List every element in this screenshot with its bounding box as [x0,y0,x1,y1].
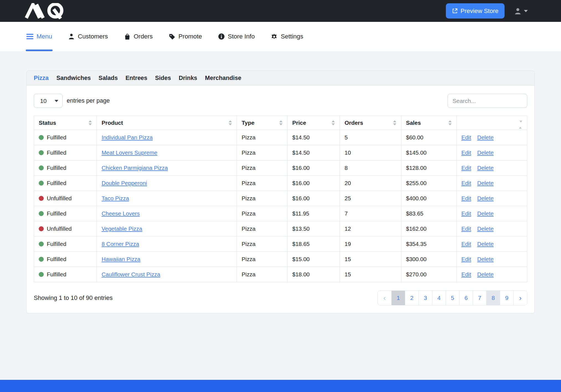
category-tab[interactable]: Entrees [125,75,147,82]
delete-link[interactable]: Delete [477,271,493,277]
pagination-page-button[interactable]: 6 [459,291,473,305]
delete-link[interactable]: Delete [477,241,493,247]
edit-link[interactable]: Edit [461,256,471,262]
product-link[interactable]: 8 Corner Pizza [102,241,139,247]
entries-per-page-select[interactable]: 10 [34,94,63,108]
delete-link[interactable]: Delete [477,134,493,141]
nav-item-store-info[interactable]: Store Info [218,22,255,51]
nav-item-settings[interactable]: Settings [271,22,303,51]
pagination-page-button[interactable]: 1 [391,291,405,305]
preview-store-button[interactable]: Preview Store [446,3,505,19]
pagination-page-button[interactable]: 8 [486,291,500,305]
logo-mq-icon [24,3,73,19]
status-label: Fulfilled [47,271,66,277]
orders-cell: 25 [340,191,401,206]
status-dot-icon [39,150,44,155]
edit-link[interactable]: Edit [461,165,471,171]
sort-icon[interactable] [332,120,335,125]
pagination-next-button[interactable]: › [513,291,527,305]
edit-link[interactable]: Edit [461,134,471,141]
orders-cell: 19 [340,237,401,252]
chevron-down-icon [524,10,528,12]
product-cell: Chicken Parmigiana Pizza [97,160,237,176]
sort-icon[interactable] [448,120,452,125]
product-link[interactable]: Cauliflower Crust Pizza [102,271,160,277]
column-header-type[interactable]: Type [237,116,288,130]
edit-link[interactable]: Edit [461,180,471,186]
category-tab[interactable]: Drinks [179,75,197,82]
delete-link[interactable]: Delete [477,225,493,232]
sort-icon[interactable] [393,120,396,125]
pagination-prev-button[interactable]: ‹ [378,291,391,305]
pagination-page-button[interactable]: 9 [500,291,513,305]
pagination-page-button[interactable]: 3 [418,291,432,305]
delete-link[interactable]: Delete [477,195,493,201]
sort-icon[interactable] [89,120,92,125]
product-link[interactable]: Meat Lovers Supreme [102,149,157,156]
sort-icon[interactable] [279,120,283,125]
column-header-actions[interactable] [457,116,527,130]
pagination-page-button[interactable]: 4 [432,291,446,305]
category-tab[interactable]: Sides [155,75,171,82]
sort-icon[interactable] [461,121,522,129]
status-label: Fulfilled [47,165,66,171]
product-link[interactable]: Vegetable Pizza [102,225,142,232]
actions-cell: EditDelete [457,160,527,176]
type-cell: Pizza [237,160,288,176]
category-tab[interactable]: Merchandise [205,75,241,82]
product-link[interactable]: Taco Pizza [102,195,129,201]
search-input[interactable] [448,94,527,108]
edit-link[interactable]: Edit [461,241,471,247]
orders-cell: 20 [340,176,401,191]
nav-item-orders[interactable]: Orders [124,22,153,51]
product-link[interactable]: Hawaiian Pizza [102,256,140,262]
sales-cell: $354.35 [401,237,457,252]
product-link[interactable]: Double Pepperoni [102,180,147,186]
edit-link[interactable]: Edit [461,210,471,217]
status-label: Fulfilled [47,134,66,141]
nav-item-promote[interactable]: Promote [169,22,202,51]
type-cell: Pizza [237,176,288,191]
edit-link[interactable]: Edit [461,271,471,277]
pagination-page-button[interactable]: 2 [405,291,418,305]
column-header-sales[interactable]: Sales [401,116,457,130]
edit-link[interactable]: Edit [461,195,471,201]
edit-link[interactable]: Edit [461,149,471,156]
column-header-orders[interactable]: Orders [340,116,401,130]
column-header-product[interactable]: Product [97,116,237,130]
product-link[interactable]: Chicken Parmigiana Pizza [102,165,168,171]
sort-icon[interactable] [229,120,232,125]
price-cell: $18.65 [288,237,340,252]
delete-link[interactable]: Delete [477,165,493,171]
edit-link[interactable]: Edit [461,225,471,232]
category-tab[interactable]: Pizza [34,75,49,82]
category-tab[interactable]: Salads [99,75,118,82]
table-footer: Showing 1 to 10 of 90 entries ‹ 1 2 3 4 … [34,290,527,305]
category-tab[interactable]: Sandwiches [56,75,91,82]
status-cell: Unfulfilled [34,221,97,237]
delete-link[interactable]: Delete [477,180,493,186]
column-label: Price [292,120,306,126]
table-row: Fulfilled Double Pepperoni Pizza $16.00 … [34,176,527,191]
column-header-price[interactable]: Price [288,116,340,130]
pagination-page-button[interactable]: 5 [446,291,459,305]
table-header-row: Status Product Type Price Orders Sales [34,116,527,130]
delete-link[interactable]: Delete [477,210,493,217]
nav-item-customers[interactable]: Customers [68,22,108,51]
status-dot-icon [39,181,44,186]
delete-link[interactable]: Delete [477,256,493,262]
pagination-page-button[interactable]: 7 [473,291,486,305]
person-icon [68,33,75,40]
delete-link[interactable]: Delete [477,149,493,156]
status-dot-icon [39,272,44,277]
column-header-status[interactable]: Status [34,116,97,130]
product-link[interactable]: Individual Pan Pizza [102,134,153,141]
type-cell: Pizza [237,206,288,221]
table-row: Fulfilled 8 Corner Pizza Pizza $18.65 19… [34,237,527,252]
status-cell: Fulfilled [34,160,97,176]
type-cell: Pizza [237,237,288,252]
product-link[interactable]: Cheese Lovers [102,210,140,217]
nav-item-menu[interactable]: Menu [26,22,52,51]
status-label: Fulfilled [47,241,66,247]
user-menu[interactable] [514,7,528,15]
